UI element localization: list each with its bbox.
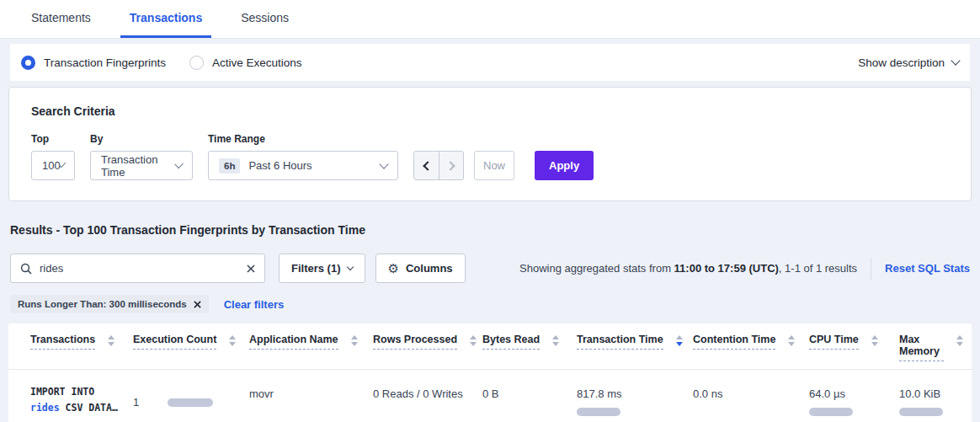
sort-icon[interactable] [470,335,477,346]
time-range-field: Time Range 6h Past 6 Hours [208,133,398,180]
radio-selected-icon [21,56,35,70]
column-header-contention-time: Contention Time [693,334,809,361]
results-heading: Results - Top 100 Transaction Fingerprin… [10,223,970,237]
columns-button[interactable]: ⚙ Columns [375,254,466,283]
stats-area: Showing aggregated stats from 11:00 to 1… [519,258,970,280]
radio-transaction-fingerprints[interactable]: Transaction Fingerprints [21,56,166,70]
previous-time-window-button[interactable] [414,152,439,179]
show-description-toggle[interactable]: Show description [858,56,959,69]
search-criteria-card: Search Criteria Top 100 By Transaction T… [8,87,972,201]
reset-sql-stats-link[interactable]: Reset SQL Stats [885,262,970,275]
results-controls-row: Filters (1) ⚙ Columns Showing aggregated… [10,254,970,283]
clear-filters-link[interactable]: Clear filters [224,298,285,311]
search-criteria-title: Search Criteria [31,104,949,118]
max-memory-bar [899,408,943,416]
sort-icon[interactable] [108,335,115,346]
by-field: By Transaction Time [90,133,193,180]
cpu-time-bar [809,408,853,416]
transactions-page: Statements Transactions Sessions Transac… [0,0,980,422]
by-select[interactable]: Transaction Time [90,151,193,180]
column-header-transaction-time: Transaction Time [577,334,693,361]
execution-count-cell: 1 [133,384,249,416]
tab-statements[interactable]: Statements [22,0,100,38]
radio-active-executions[interactable]: Active Executions [189,56,302,70]
chevron-down-icon [951,56,960,65]
filter-pill: Runs Longer Than: 300 milliseconds [10,295,209,313]
time-range-select[interactable]: 6h Past 6 Hours [208,151,398,180]
transaction-fingerprint-cell: IMPORT INTO rides CSV DATA… [30,384,133,416]
sort-desc-icon[interactable] [676,335,683,346]
transaction-time-bar [577,408,620,416]
sort-icon[interactable] [956,335,963,346]
view-radio-group: Transaction Fingerprints Active Executio… [21,56,302,70]
column-header-cpu-time: CPU Time [809,334,899,361]
transaction-fingerprint-link[interactable]: rides [30,402,60,414]
table-header-row: Transactions Execution Count Application… [8,323,972,370]
column-header-application-name: Application Name [249,334,373,361]
time-range-value: Past 6 Hours [248,159,312,172]
top-select[interactable]: 100 [31,151,75,180]
search-box [10,254,265,283]
cpu-time-cell: 64.0 µs [809,384,899,416]
time-range-badge: 6h [219,158,240,174]
time-range-label: Time Range [208,133,398,145]
application-name-cell: movr [249,384,373,416]
chevron-down-icon [379,159,388,168]
column-header-rows-processed: Rows Processed [373,334,482,361]
show-description-label: Show description [858,56,945,69]
chevron-right-icon [445,161,455,170]
top-select-value: 100 [42,159,61,172]
next-time-window-button[interactable] [439,152,463,179]
column-header-max-memory: Max Memory [899,334,963,361]
transaction-time-cell: 817.8 ms [577,384,693,416]
rows-processed-cell: 0 Reads / 0 Writes [373,384,482,416]
column-header-transactions: Transactions [30,334,133,361]
column-header-execution-count: Execution Count [133,334,249,361]
tab-sessions[interactable]: Sessions [232,0,298,38]
clear-search-icon[interactable] [247,264,255,273]
remove-filter-icon[interactable] [194,301,201,308]
sort-icon[interactable] [871,335,878,346]
execution-count-bar [168,398,213,407]
by-select-value: Transaction Time [101,153,176,179]
view-toggle-bar: Transaction Fingerprints Active Executio… [10,44,970,81]
search-input[interactable] [40,262,239,275]
contention-time-cell: 0.0 ns [693,384,809,416]
filters-button[interactable]: Filters (1) [279,254,365,283]
sort-icon[interactable] [788,335,795,346]
radio-unselected-icon [189,56,204,70]
top-field: Top 100 [31,133,75,180]
max-memory-cell: 10.0 KiB [899,384,963,416]
sort-icon[interactable] [351,335,358,346]
gear-icon: ⚙ [388,262,399,275]
bytes-read-cell: 0 B [482,384,577,416]
page-tabbar: Statements Transactions Sessions [0,0,980,39]
aggregated-stats-text: Showing aggregated stats from 11:00 to 1… [519,262,857,275]
sort-icon[interactable] [552,335,559,346]
apply-button[interactable]: Apply [535,151,594,180]
stats-time-range: 11:00 to 17:59 (UTC) [674,262,779,275]
chevron-down-icon [346,263,353,270]
chevron-left-icon [423,161,432,170]
column-header-bytes-read: Bytes Read [482,334,577,361]
results-table: Transactions Execution Count Application… [8,323,972,422]
time-window-arrows [413,151,464,180]
top-label: Top [31,133,75,145]
table-row: IMPORT INTO rides CSV DATA… 1 movr 0 Rea… [8,370,972,422]
active-filters-row: Runs Longer Than: 300 milliseconds Clear… [10,295,970,313]
tab-transactions[interactable]: Transactions [120,0,211,38]
columns-button-label: Columns [406,262,453,275]
radio-label: Active Executions [212,56,302,69]
radio-label: Transaction Fingerprints [44,56,166,69]
sort-icon[interactable] [229,335,236,346]
now-button[interactable]: Now [474,151,514,180]
by-label: By [90,133,193,145]
search-icon [20,263,32,275]
filter-pill-label: Runs Longer Than: 300 milliseconds [18,299,187,309]
divider [871,258,871,280]
filters-button-label: Filters (1) [291,262,341,275]
